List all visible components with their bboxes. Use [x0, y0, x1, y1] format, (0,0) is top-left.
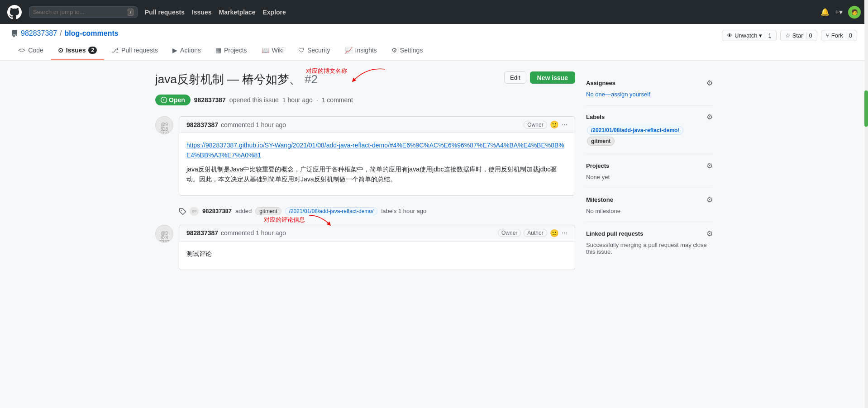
tab-projects[interactable]: ▦ Projects — [208, 41, 254, 60]
security-icon: 🛡 — [298, 47, 305, 54]
assign-yourself-link[interactable]: No one—assign yourself — [586, 91, 650, 98]
issue-author-link[interactable]: 982837387 — [194, 96, 226, 104]
main-wrapper: 对应的博文名称 java反射机制 — 椿兮如梦、 #2 Edit — [144, 61, 724, 288]
top-nav-right: 🔔 +▾ 🧑 — [820, 6, 861, 19]
comment-1-body: https://982837387.github.io/SY-Wang/2021… — [179, 133, 575, 195]
comment-1-wrapper: @98287387 982837387 commented 1 hour ago… — [155, 116, 575, 196]
issue-title-section: 对应的博文名称 java反射机制 — 椿兮如梦、 #2 Edit — [155, 71, 575, 87]
github-logo[interactable] — [7, 5, 22, 19]
search-input[interactable] — [33, 9, 125, 15]
star-icon: ☆ — [785, 32, 791, 39]
insights-icon: 📈 — [345, 47, 353, 54]
eye-icon: 👁 — [727, 32, 733, 39]
labels-gear-icon[interactable]: ⚙ — [706, 113, 713, 121]
breadcrumb-sep: / — [60, 29, 62, 38]
repo-icon — [11, 30, 18, 37]
watch-button[interactable]: 👁 Unwatch ▾ 1 — [722, 30, 777, 41]
content-main: 对应的博文名称 java反射机制 — 椿兮如梦、 #2 Edit — [155, 71, 575, 277]
milestone-title: Milestone — [586, 196, 613, 203]
issue-title: java反射机制 — 椿兮如梦、 #2 — [155, 71, 318, 87]
comment-2-emoji-button[interactable]: 🙂 — [550, 229, 559, 237]
tab-security[interactable]: 🛡 Security — [291, 41, 338, 60]
comment-1-more-button[interactable]: ··· — [562, 121, 568, 129]
comment-2-badges: Owner Author 🙂 ··· — [498, 229, 568, 237]
tab-pull-requests[interactable]: ⎇ Pull requests — [104, 41, 165, 60]
star-button[interactable]: ☆ Star 0 — [780, 30, 817, 41]
issue-separator: · — [316, 96, 318, 104]
projects-value: None yet — [586, 174, 713, 180]
pr-icon: ⎇ — [111, 47, 119, 54]
comment-2-more-button[interactable]: ··· — [562, 229, 568, 237]
comment-2-text: 测试评论 — [186, 249, 568, 259]
edit-button[interactable]: Edit — [504, 71, 526, 84]
tab-settings[interactable]: ⚙ Settings — [384, 41, 430, 60]
sidebar-linked-pr-header: Linked pull requests ⚙ — [586, 229, 713, 238]
code-icon: <> — [18, 47, 25, 54]
repo-owner-link[interactable]: 982837387 — [21, 29, 57, 38]
nav-explore[interactable]: Explore — [262, 9, 286, 16]
comment-2-wrapper: 对应的评论信息 @98287387 9828 — [155, 225, 575, 270]
breadcrumb: 982837387 / blog-comments — [11, 29, 119, 38]
milestone-gear-icon[interactable]: ⚙ — [706, 195, 713, 204]
nav-issues[interactable]: Issues — [192, 9, 212, 16]
comment-1-emoji-button[interactable]: 🙂 — [550, 120, 559, 129]
scrollbar-track — [864, 0, 868, 288]
tab-insights[interactable]: 📈 Insights — [338, 41, 384, 60]
activity-label-1[interactable]: gitment — [255, 207, 281, 215]
repo-name-link[interactable]: blog-comments — [65, 29, 119, 38]
search-kbd: / — [128, 9, 134, 16]
projects-title: Projects — [586, 162, 609, 169]
tab-wiki[interactable]: 📖 Wiki — [254, 41, 291, 60]
wiki-icon: 📖 — [262, 47, 269, 54]
comment-1-owner-badge: Owner — [524, 121, 547, 129]
new-issue-button[interactable]: New issue — [530, 71, 575, 84]
search-box[interactable]: / — [29, 6, 138, 18]
sidebar-projects-header: Projects ⚙ — [586, 161, 713, 170]
fork-button[interactable]: ⑂ Fork 0 — [821, 30, 857, 41]
labels-title: Labels — [586, 114, 605, 120]
comment-1-author[interactable]: 982837387 — [186, 121, 218, 128]
linked-pr-value: Successfully merging a pull request may … — [586, 242, 713, 255]
comment-2-author[interactable]: 982837387 — [186, 229, 218, 237]
label-chip-gitment[interactable]: gitment — [587, 137, 615, 146]
label-chip-path[interactable]: /2021/01/08/add-java-reflact-demo/ — [587, 126, 683, 135]
issue-author: 982837387 — [194, 96, 226, 104]
activity-action: added — [235, 208, 252, 214]
linked-pr-gear-icon[interactable]: ⚙ — [706, 229, 713, 238]
repo-header-top: 982837387 / blog-comments 👁 Unwatch ▾ 1 … — [11, 29, 857, 41]
scrollbar-thumb[interactable] — [864, 90, 868, 127]
sidebar-projects: Projects ⚙ None yet — [586, 154, 713, 188]
notifications-icon[interactable]: 🔔 — [820, 8, 830, 16]
labels-chips: /2021/01/08/add-java-reflact-demo/ gitme… — [586, 125, 713, 147]
tab-code[interactable]: <> Code — [11, 41, 51, 60]
sidebar-assignees-header: Assignees ⚙ — [586, 79, 713, 87]
comment-1-avatar: @98287387 — [155, 116, 173, 134]
issue-time: 1 hour ago — [282, 96, 313, 104]
sidebar-labels: Labels ⚙ /2021/01/08/add-java-reflact-de… — [586, 105, 713, 154]
activity-suffix: labels 1 hour ago — [381, 208, 426, 214]
comment-2-body: 测试评论 — [179, 242, 575, 270]
comment-1-header: 982837387 commented 1 hour ago Owner 🙂 ·… — [179, 117, 575, 133]
tag-icon — [179, 208, 186, 215]
comment-2-time: commented 1 hour ago — [221, 229, 286, 237]
activity-author[interactable]: 982837387 — [202, 208, 232, 214]
nav-pull-requests[interactable]: Pull requests — [145, 9, 185, 16]
assignees-value: No one—assign yourself — [586, 91, 713, 98]
top-nav: / Pull requests Issues Marketplace Explo… — [0, 0, 868, 24]
tab-issues[interactable]: ⊙ Issues 2 — [51, 41, 104, 60]
comment-2-box: 982837387 commented 1 hour ago Owner Aut… — [179, 225, 575, 270]
fork-icon: ⑂ — [826, 32, 830, 39]
nav-marketplace[interactable]: Marketplace — [219, 9, 256, 16]
activity-label-2[interactable]: /2021/01/08/add-java-reflact-demo/ — [285, 207, 378, 215]
settings-icon: ⚙ — [391, 47, 397, 54]
tab-actions[interactable]: ▶ Actions — [165, 41, 208, 60]
assignees-gear-icon[interactable]: ⚙ — [706, 79, 713, 87]
actions-icon: ▶ — [172, 47, 177, 54]
projects-icon: ▦ — [215, 47, 221, 54]
projects-gear-icon[interactable]: ⚙ — [706, 161, 713, 170]
plus-icon[interactable]: +▾ — [835, 8, 843, 16]
comment-2-header: 982837387 commented 1 hour ago Owner Aut… — [179, 225, 575, 242]
comment-1-link[interactable]: https://982837387.github.io/SY-Wang/2021… — [186, 142, 564, 159]
issue-opened-text: opened this issue — [229, 96, 279, 104]
user-avatar[interactable]: 🧑 — [848, 6, 861, 19]
